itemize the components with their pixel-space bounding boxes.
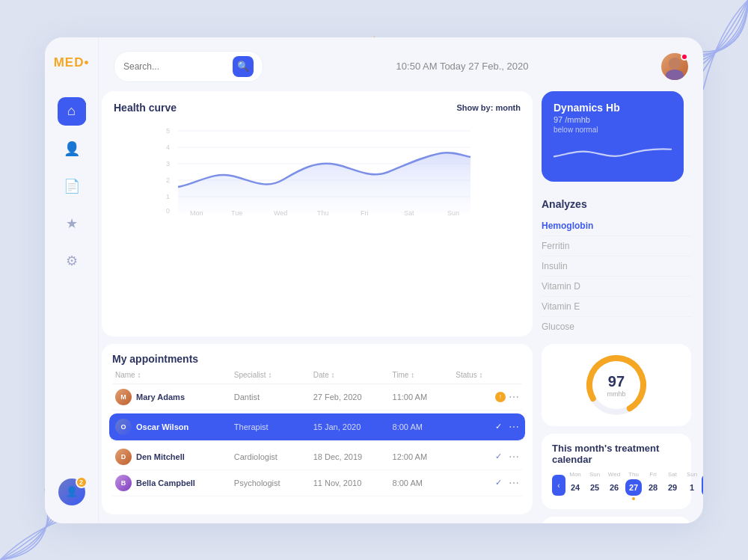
svg-text:5: 5 bbox=[166, 127, 170, 135]
gauge-wrap: 97 mmhb bbox=[583, 351, 650, 419]
dynamics-value: 97 /mmhb bbox=[554, 115, 672, 124]
calendar-day[interactable]: Mon24 bbox=[567, 471, 583, 500]
right-top-stack: Dynamics Hb 97 /mmhb below normal Analyz… bbox=[542, 91, 691, 336]
health-chart-svg: 5 4 3 2 1 0 bbox=[114, 120, 521, 217]
app-logo: MED• bbox=[54, 55, 90, 70]
more-options-button[interactable]: ⋯ bbox=[509, 421, 519, 433]
analyze-item[interactable]: Insulin bbox=[542, 256, 691, 277]
appointments-table-header: Name ↕ Specialist ↕ Date ↕ Time ↕ Status… bbox=[112, 371, 522, 384]
analyzes-card: Analyzes HemoglobinFerritinInsulinVitami… bbox=[542, 198, 691, 336]
table-row[interactable]: BBella CampbellPsychologist11 Nov, 20108… bbox=[112, 470, 522, 496]
sidebar-avatar-wrap: 👤 2 bbox=[58, 479, 85, 505]
calendar-nav: ‹ Mon24Sun25Wed26Thu27Fri28Sat29Sun1 › bbox=[552, 471, 681, 500]
calendar-day[interactable]: Thu27 bbox=[625, 471, 642, 500]
sidebar-settings-icon[interactable]: ⚙ bbox=[58, 247, 86, 275]
sidebar-user-icon[interactable]: 👤 bbox=[58, 135, 86, 163]
show-by-value[interactable]: month bbox=[495, 103, 521, 112]
svg-text:4: 4 bbox=[166, 144, 170, 151]
analyzes-list: HemoglobinFerritinInsulinVitamin DVitami… bbox=[542, 216, 691, 336]
table-row[interactable]: OOscar WilsonTherapist15 Jan, 20208:00 A… bbox=[109, 413, 525, 441]
gauge-unit: mmhb bbox=[607, 390, 625, 397]
table-row[interactable]: DDen MitchellCardiologist18 Dec, 201912:… bbox=[112, 444, 522, 470]
svg-text:Mon: Mon bbox=[190, 209, 203, 217]
dynamics-status: below normal bbox=[554, 126, 672, 134]
appointments-card: My appointments Name ↕ Specialist ↕ Date… bbox=[102, 344, 533, 514]
svg-text:1: 1 bbox=[166, 193, 170, 200]
calendar-day[interactable]: Sun25 bbox=[586, 471, 603, 500]
header-avatar-dot bbox=[681, 53, 688, 61]
analyze-item[interactable]: Hemoglobin bbox=[542, 216, 691, 236]
svg-text:Wed: Wed bbox=[274, 209, 287, 217]
right-bottom-col: 97 mmhb This month's treatment calendar … bbox=[542, 344, 691, 514]
svg-text:2: 2 bbox=[166, 176, 170, 184]
appointments-list: MMary AdamsDantist27 Feb, 202011:00 AM!⋯… bbox=[112, 384, 522, 496]
calendar-prev-button[interactable]: ‹ bbox=[552, 475, 565, 496]
analyzes-title: Analyzes bbox=[542, 198, 691, 216]
sidebar-bottom: 👤 2 bbox=[58, 479, 85, 505]
header-time: 10:50 AM Today 27 Feb., 2020 bbox=[272, 61, 652, 72]
calendar-days: Mon24Sun25Wed26Thu27Fri28Sat29Sun1 bbox=[567, 471, 700, 500]
bottom-row: My appointments Name ↕ Specialist ↕ Date… bbox=[99, 344, 703, 523]
sidebar: MED• ⌂ 👤 📄 ★ ⚙ 👤 2 bbox=[45, 37, 99, 523]
more-options-button[interactable]: ⋯ bbox=[509, 391, 519, 403]
analyze-item[interactable]: Glucose bbox=[542, 317, 691, 336]
calendar-next-button[interactable]: › bbox=[702, 475, 703, 496]
dynamics-title: Dynamics Hb bbox=[554, 102, 672, 114]
payment-section: Payment ⬤⬤ •••• •••• •••• 6389 Emma Robi… bbox=[542, 517, 691, 523]
svg-text:Thu: Thu bbox=[317, 209, 329, 217]
sidebar-home-icon[interactable]: ⌂ bbox=[58, 97, 86, 126]
calendar-section: This month's treatment calendar ‹ Mon24S… bbox=[542, 434, 691, 509]
calendar-day[interactable]: Sat29 bbox=[664, 471, 681, 500]
calendar-day[interactable]: Wed26 bbox=[606, 471, 622, 500]
svg-point-0 bbox=[669, 58, 681, 70]
svg-text:Sun: Sun bbox=[447, 209, 459, 217]
calendar-day[interactable]: Sun1 bbox=[684, 471, 700, 500]
health-curve-title: Health curve bbox=[114, 102, 177, 114]
main-card: MED• ⌂ 👤 📄 ★ ⚙ 👤 2 � bbox=[45, 37, 703, 523]
calendar-title: This month's treatment calendar bbox=[552, 443, 681, 465]
svg-text:3: 3 bbox=[166, 160, 170, 167]
top-row: Health curve Show by: month 5 4 3 2 1 0 bbox=[99, 91, 703, 344]
show-by: Show by: month bbox=[456, 103, 521, 112]
svg-point-1 bbox=[666, 70, 684, 80]
search-button[interactable]: 🔍 bbox=[233, 56, 254, 77]
more-options-button[interactable]: ⋯ bbox=[509, 451, 519, 463]
analyze-item[interactable]: Vitamin D bbox=[542, 277, 691, 297]
health-curve-header: Health curve Show by: month bbox=[114, 102, 521, 114]
analyze-item[interactable]: Vitamin E bbox=[542, 297, 691, 317]
sidebar-document-icon[interactable]: 📄 bbox=[58, 172, 86, 200]
sidebar-star-icon[interactable]: ★ bbox=[58, 209, 86, 238]
gauge-card: 97 mmhb bbox=[542, 344, 691, 426]
svg-text:0: 0 bbox=[166, 207, 170, 215]
dynamics-card: Dynamics Hb 97 /mmhb below normal bbox=[542, 91, 684, 182]
dynamics-wave-svg bbox=[554, 138, 672, 168]
more-options-button[interactable]: ⋯ bbox=[509, 477, 519, 489]
header-avatar-wrap bbox=[661, 53, 688, 80]
analyze-item[interactable]: Ferritin bbox=[542, 236, 691, 256]
notification-badge: 2 bbox=[76, 476, 88, 488]
header: 🔍 10:50 AM Today 27 Feb., 2020 bbox=[99, 37, 703, 91]
svg-text:Tue: Tue bbox=[231, 209, 242, 217]
svg-text:Sat: Sat bbox=[404, 209, 414, 217]
search-input[interactable] bbox=[123, 61, 228, 72]
svg-text:Fri: Fri bbox=[361, 209, 369, 217]
gauge-value: 97 bbox=[607, 372, 625, 390]
calendar-day[interactable]: Fri28 bbox=[645, 471, 661, 500]
table-row[interactable]: MMary AdamsDantist27 Feb, 202011:00 AM!⋯ bbox=[112, 384, 522, 410]
gauge-center: 97 mmhb bbox=[607, 372, 625, 397]
search-wrap: 🔍 bbox=[114, 51, 263, 82]
health-curve-card: Health curve Show by: month 5 4 3 2 1 0 bbox=[102, 91, 533, 336]
main-content: 🔍 10:50 AM Today 27 Feb., 2020 Healt bbox=[99, 37, 703, 523]
appointments-title: My appointments bbox=[112, 353, 522, 365]
